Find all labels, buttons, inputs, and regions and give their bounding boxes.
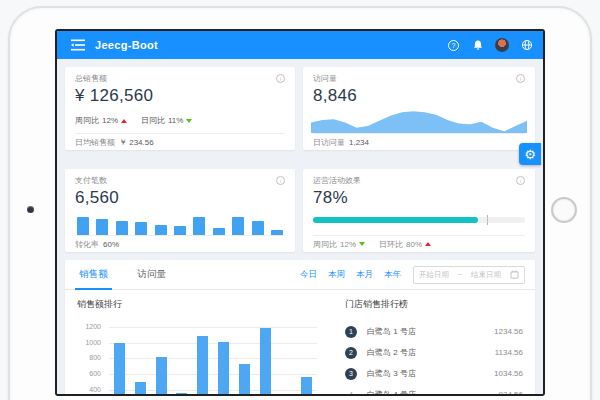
caret-up-icon — [121, 119, 127, 123]
tablet-frame: Jeecg-Boot — [8, 6, 592, 400]
calendar-icon — [510, 270, 519, 279]
range-today[interactable]: 今日 — [300, 269, 317, 281]
trend-value: 12% — [102, 116, 118, 125]
end-date-placeholder: 结束日期 — [471, 270, 501, 280]
bar — [218, 342, 229, 396]
language-globe-icon[interactable] — [520, 39, 533, 52]
store-sales-value: 1234.56 — [494, 327, 523, 336]
axis-tick-label: 400 — [75, 386, 101, 393]
payments-value: 6,560 — [75, 187, 285, 209]
store-name: 白鹭岛 3 号店 — [367, 368, 416, 379]
sales-chart-title: 销售额排行 — [77, 298, 329, 311]
bar — [135, 222, 147, 235]
bar — [114, 343, 125, 396]
rank-badge: 2 — [345, 347, 357, 359]
header-actions — [447, 38, 533, 52]
card-footer: 转化率60% — [75, 235, 285, 252]
start-date-placeholder: 开始日期 — [419, 270, 449, 280]
ranking-row: 2 白鹭岛 2 号店 1134.56 — [345, 342, 523, 363]
visits-area-chart — [311, 107, 527, 133]
settings-gear-button[interactable] — [519, 143, 541, 165]
store-ranking-col: 门店销售排行榜 1 白鹭岛 1 号店 1234.56 2 白鹭岛 2 号店 11… — [329, 298, 523, 396]
axis-tick-label: 1200 — [75, 323, 101, 330]
store-sales-value: 934.56 — [499, 390, 523, 396]
total-sales-value: ¥ 126,560 — [75, 85, 285, 107]
ranking-row: 4 白鹭岛 4 号店 934.56 — [345, 384, 523, 396]
sales-bar-chart: 12001000800600400 — [77, 319, 329, 396]
tab-visits[interactable]: 访问量 — [134, 260, 171, 290]
card-title: 运营活动效果 — [313, 175, 361, 186]
grid-line — [109, 358, 317, 359]
sales-panel-tabbar: 销售额 访问量 今日 本周 本月 本年 开始日期 ~ 结束日期 — [65, 260, 535, 290]
trend-label: 日环比 — [379, 239, 403, 250]
grid-line — [109, 327, 317, 328]
bar — [135, 382, 146, 396]
visits-value: 8,846 — [313, 85, 525, 107]
date-separator: ~ — [458, 270, 462, 279]
activity-value: 78% — [313, 187, 525, 209]
app-header: Jeecg-Boot — [57, 31, 543, 59]
info-icon[interactable] — [516, 176, 525, 185]
range-week[interactable]: 本周 — [328, 269, 345, 281]
range-year[interactable]: 本年 — [384, 269, 401, 281]
sales-panel: 销售额 访问量 今日 本周 本月 本年 开始日期 ~ 结束日期 — [65, 260, 535, 396]
bar — [232, 217, 244, 235]
rank-badge: 4 — [345, 389, 357, 397]
store-name: 白鹭岛 1 号店 — [367, 326, 416, 337]
sales-rank-chart-col: 销售额排行 12001000800600400 — [77, 298, 329, 396]
store-name: 白鹭岛 4 号店 — [367, 389, 416, 396]
ranking-row: 1 白鹭岛 1 号店 1234.56 — [345, 321, 523, 342]
bar — [155, 225, 167, 235]
dashboard-content: 总销售额 ¥ 126,560 周同比 12% 日同比 11% — [57, 59, 543, 394]
home-button — [551, 197, 577, 223]
info-icon[interactable] — [276, 176, 285, 185]
user-avatar[interactable] — [495, 38, 509, 52]
trend-value: 12% — [340, 240, 356, 249]
card-payments: 支付笔数 6,560 转化率60% — [65, 169, 295, 252]
axis-tick-label: 1000 — [75, 339, 101, 346]
card-footer: 周同比 12% 日环比 80% — [313, 235, 525, 252]
store-name: 白鹭岛 2 号店 — [367, 347, 416, 358]
sales-chart-plot — [109, 319, 317, 396]
info-icon[interactable] — [276, 74, 285, 83]
tab-sales[interactable]: 销售额 — [75, 260, 112, 290]
menu-fold-icon[interactable] — [71, 39, 85, 51]
store-sales-value: 1034.56 — [494, 369, 523, 378]
bar — [252, 221, 264, 235]
bar — [116, 221, 128, 235]
help-icon[interactable] — [447, 39, 460, 52]
card-total-sales: 总销售额 ¥ 126,560 周同比 12% 日同比 11% — [65, 67, 295, 150]
store-sales-value: 1134.56 — [495, 348, 523, 357]
trend-value: 80% — [406, 240, 422, 249]
quick-range-links: 今日 本周 本月 本年 — [300, 269, 401, 281]
info-icon[interactable] — [516, 74, 525, 83]
camera-dot — [27, 206, 34, 213]
bar — [301, 377, 312, 396]
bar — [213, 228, 225, 235]
bell-icon[interactable] — [471, 39, 484, 52]
card-footer: 日访问量1,234 — [313, 133, 525, 150]
card-visits: 访问量 8,846 日访问量1,234 — [303, 67, 535, 150]
range-month[interactable]: 本月 — [356, 269, 373, 281]
trend-label: 日同比 — [141, 115, 165, 126]
card-footer: 日均销售额￥ 234.56 — [75, 133, 285, 150]
card-activity-effect: 运营活动效果 78% 周同比 12% 日环比 — [303, 169, 535, 252]
date-range-picker[interactable]: 开始日期 ~ 结束日期 — [413, 266, 525, 284]
card-title: 访问量 — [313, 73, 337, 84]
store-ranking-list: 1 白鹭岛 1 号店 1234.56 2 白鹭岛 2 号店 1134.56 3 — [345, 321, 523, 396]
bar — [176, 393, 187, 396]
rank-badge: 1 — [345, 326, 357, 338]
bar — [260, 328, 271, 396]
bar — [156, 357, 167, 396]
rank-badge: 3 — [345, 368, 357, 380]
card-title: 总销售额 — [75, 73, 107, 84]
bar — [77, 217, 89, 235]
grid-line — [109, 374, 317, 375]
app-title: Jeecg-Boot — [95, 39, 158, 51]
ranking-row: 3 白鹭岛 3 号店 1034.56 — [345, 363, 523, 384]
bar — [96, 219, 108, 235]
caret-up-icon — [425, 242, 431, 246]
trend-label: 周同比 — [75, 115, 99, 126]
activity-progress — [313, 217, 525, 223]
caret-down-icon — [186, 119, 192, 123]
